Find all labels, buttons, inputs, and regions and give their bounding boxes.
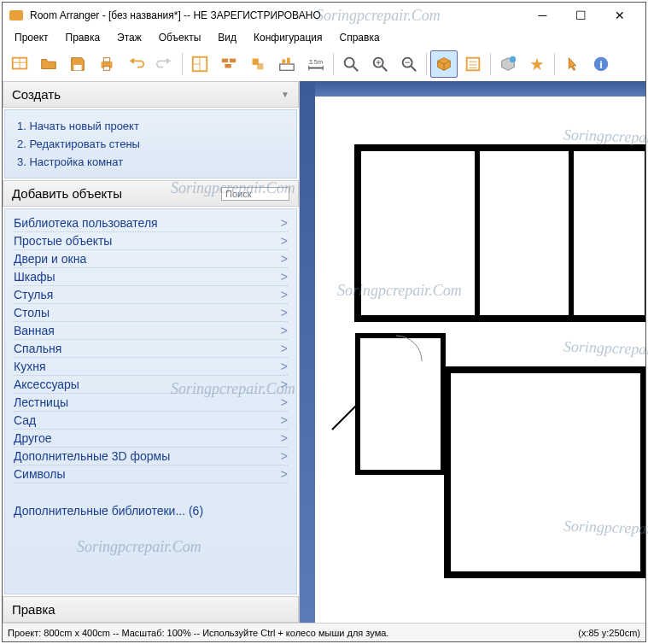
zoom-in-button[interactable] — [366, 50, 394, 78]
save-button[interactable] — [64, 50, 91, 78]
window-controls: ─ ☐ ✕ — [523, 3, 639, 27]
toolbar: 3.5m i — [3, 47, 645, 81]
list-button[interactable] — [459, 50, 487, 78]
menubar: Проект Правка Этаж Объекты Вид Конфигура… — [3, 28, 645, 47]
walls-button[interactable] — [215, 50, 242, 78]
toolbar-separator — [182, 53, 183, 75]
lib-kitchen[interactable]: Кухня> — [14, 358, 288, 376]
lib-tables[interactable]: Столы> — [14, 304, 288, 322]
svg-line-29 — [412, 67, 417, 72]
ruler-horizontal — [315, 81, 645, 97]
edit-panel-header[interactable]: Правка — [3, 596, 299, 623]
lib-doors[interactable]: Двери и окна> — [14, 250, 288, 268]
svg-rect-15 — [280, 64, 295, 70]
lib-3dshapes[interactable]: Дополнительные 3D формы> — [14, 448, 288, 465]
close-button[interactable]: ✕ — [600, 3, 639, 27]
search-input[interactable] — [221, 187, 289, 201]
app-icon — [9, 10, 23, 20]
content-area: Создать ▼ 1. Начать новый проект 2. Реда… — [3, 81, 645, 623]
statusbar: Проект: 800cm x 400cm -- Масштаб: 100% -… — [3, 623, 645, 641]
toolbar-separator — [554, 53, 555, 75]
create-new-project[interactable]: 1. Начать новый проект — [14, 117, 288, 135]
lib-accessories[interactable]: Аксессуары> — [14, 376, 288, 394]
menu-help[interactable]: Справка — [331, 30, 388, 45]
library-list: Библиотека пользователя> Простые объекты… — [4, 208, 297, 594]
svg-point-22 — [345, 58, 354, 67]
menu-floor[interactable]: Этаж — [108, 30, 150, 45]
extra-libraries[interactable]: Дополнительные библиотеки... (6) — [14, 483, 288, 518]
lib-cabinets[interactable]: Шкафы> — [14, 268, 288, 286]
svg-rect-41 — [358, 336, 443, 472]
toolbar-separator — [426, 53, 427, 75]
status-coords: (x:85 y:250cm) — [578, 628, 640, 638]
svg-rect-12 — [225, 64, 231, 68]
lib-garden[interactable]: Сад> — [14, 412, 288, 430]
svg-point-35 — [510, 56, 516, 62]
minimize-button[interactable]: ─ — [523, 3, 562, 27]
svg-rect-16 — [283, 60, 286, 65]
svg-rect-31 — [467, 58, 480, 71]
svg-line-25 — [382, 67, 388, 72]
lib-stairs[interactable]: Лестницы> — [14, 394, 288, 412]
svg-rect-14 — [257, 63, 263, 69]
menu-objects[interactable]: Объекты — [150, 30, 210, 45]
maximize-button[interactable]: ☐ — [562, 3, 600, 27]
collapse-icon: ▼ — [281, 90, 289, 99]
rooms-button[interactable] — [186, 50, 213, 78]
add-panel-header[interactable]: Добавить объекты — [3, 180, 299, 207]
window-title: Room Arranger - [без названия*] -- НЕ ЗА… — [30, 9, 523, 21]
menu-view[interactable]: Вид — [209, 30, 245, 45]
status-text: Проект: 800cm x 400cm -- Масштаб: 100% -… — [8, 628, 578, 638]
redo-button[interactable] — [151, 50, 178, 78]
create-panel: 1. Начать новый проект 2. Редактировать … — [4, 109, 297, 179]
lib-bedroom[interactable]: Спальня> — [14, 340, 288, 358]
svg-rect-38 — [358, 148, 645, 319]
edit-title: Правка — [12, 602, 55, 617]
create-panel-header[interactable]: Создать ▼ — [3, 81, 299, 108]
new-button[interactable] — [6, 50, 33, 78]
lib-other[interactable]: Другое> — [14, 430, 288, 448]
ruler-vertical — [300, 81, 315, 623]
objects-button[interactable] — [244, 50, 271, 78]
svg-text:3.5m: 3.5m — [309, 58, 323, 66]
svg-rect-3 — [73, 65, 81, 70]
menu-edit[interactable]: Правка — [57, 30, 109, 45]
svg-rect-42 — [447, 370, 644, 575]
export-button[interactable] — [494, 50, 522, 78]
toolbar-separator — [333, 53, 334, 75]
toolbar-separator — [490, 53, 491, 75]
open-button[interactable] — [35, 50, 62, 78]
svg-rect-5 — [103, 58, 109, 62]
create-room-settings[interactable]: 3. Настройка комнат — [14, 153, 288, 171]
menu-config[interactable]: Конфигурация — [245, 30, 331, 45]
wizard-button[interactable] — [523, 50, 551, 78]
svg-rect-11 — [230, 59, 236, 63]
svg-rect-10 — [222, 59, 228, 63]
floorplan-canvas[interactable] — [315, 97, 645, 623]
undo-button[interactable] — [122, 50, 149, 78]
lib-user[interactable]: Библиотека пользователя> — [14, 214, 288, 232]
app-window: Room Arranger - [без названия*] -- НЕ ЗА… — [2, 2, 646, 642]
zoom-out-button[interactable] — [395, 50, 423, 78]
lib-chairs[interactable]: Стулья> — [14, 286, 288, 304]
svg-rect-6 — [103, 67, 109, 71]
canvas-area: Добавить метку здесь... Цвет пола... Ком… — [300, 81, 645, 623]
library-button[interactable] — [273, 50, 301, 78]
svg-line-23 — [353, 67, 359, 72]
add-title: Добавить объекты — [12, 186, 122, 201]
zoom-button[interactable] — [337, 50, 365, 78]
create-edit-walls[interactable]: 2. Редактировать стены — [14, 135, 288, 153]
menu-project[interactable]: Проект — [6, 30, 57, 45]
print-button[interactable] — [93, 50, 120, 78]
measure-button[interactable]: 3.5m — [302, 50, 330, 78]
svg-rect-17 — [287, 58, 290, 64]
sidebar: Создать ▼ 1. Начать новый проект 2. Реда… — [3, 81, 300, 623]
create-title: Создать — [12, 87, 61, 102]
lib-symbols[interactable]: Символы> — [14, 465, 288, 483]
titlebar: Room Arranger - [без названия*] -- НЕ ЗА… — [3, 3, 645, 28]
lib-bathroom[interactable]: Ванная> — [14, 322, 288, 340]
pointer-button[interactable] — [558, 50, 586, 78]
view3d-button[interactable] — [430, 50, 458, 78]
lib-simple[interactable]: Простые объекты> — [14, 232, 288, 250]
help-button[interactable]: i — [587, 50, 615, 78]
